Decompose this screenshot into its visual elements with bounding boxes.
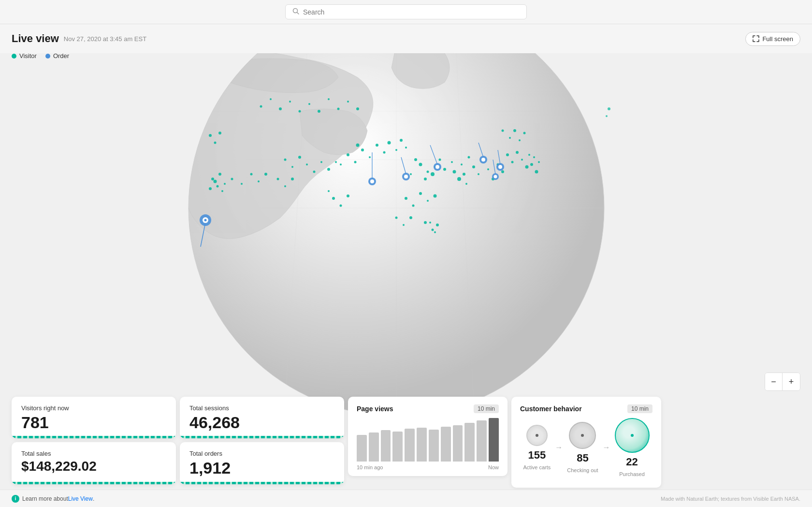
svg-point-21 <box>461 164 463 165</box>
svg-point-62 <box>347 194 349 197</box>
visitor-dot <box>12 54 16 59</box>
visitor-label: Visitor <box>19 52 37 60</box>
bar-2 <box>381 430 391 462</box>
sales-value: $148,229.02 <box>21 459 166 474</box>
top-bar <box>0 0 812 24</box>
svg-point-91 <box>291 166 293 168</box>
svg-point-105 <box>231 178 233 180</box>
svg-point-84 <box>525 165 529 169</box>
svg-point-17 <box>410 173 412 175</box>
svg-point-52 <box>218 173 221 176</box>
behavior-badge: 10 min <box>627 404 652 413</box>
globe-visualization <box>116 24 696 450</box>
svg-point-71 <box>328 98 330 100</box>
checking-out-item: 85 Checking out <box>567 422 598 473</box>
bar-9 <box>464 423 475 462</box>
svg-point-87 <box>533 156 535 158</box>
svg-point-74 <box>356 107 359 110</box>
checking-out-label: Checking out <box>567 467 598 473</box>
svg-point-106 <box>395 217 398 219</box>
pageviews-header: Page views 10 min <box>357 404 499 413</box>
visitors-bottom-bar <box>12 436 176 438</box>
svg-point-132 <box>498 165 502 169</box>
svg-point-140 <box>608 107 610 110</box>
svg-point-56 <box>209 187 212 190</box>
svg-point-123 <box>404 175 408 179</box>
stats-top-row: Visitors right now 781 Total sessions 46… <box>12 397 344 438</box>
svg-point-86 <box>530 163 533 166</box>
svg-point-57 <box>209 134 212 137</box>
footer: i Learn more about Live View . Made with… <box>0 490 812 507</box>
svg-point-44 <box>340 164 342 165</box>
footer-right: Made with Natural Earth; textures from V… <box>661 496 800 502</box>
svg-point-51 <box>217 185 219 188</box>
stats-row: Visitors right now 781 Total sessions 46… <box>0 397 812 488</box>
pageviews-title: Page views <box>357 405 393 413</box>
svg-point-115 <box>429 222 431 224</box>
page-subtitle: Nov 27, 2020 at 3:45 am EST <box>64 35 146 43</box>
svg-point-40 <box>354 161 357 164</box>
svg-point-69 <box>308 103 310 105</box>
svg-point-19 <box>451 161 453 163</box>
search-input[interactable] <box>303 8 520 16</box>
orders-card: Total orders 1,912 <box>180 442 344 484</box>
svg-point-59 <box>218 132 221 134</box>
search-icon <box>292 8 299 16</box>
bar-8 <box>453 425 463 462</box>
zoom-minus-button[interactable]: − <box>765 373 783 390</box>
live-view-link[interactable]: Live View <box>68 495 93 502</box>
bar-0 <box>357 435 367 462</box>
svg-point-72 <box>337 108 340 110</box>
active-carts-dot <box>536 434 538 437</box>
bar-11 <box>489 418 499 462</box>
svg-point-23 <box>468 156 470 159</box>
bar-10 <box>477 420 487 462</box>
arrow-1: → <box>555 443 563 452</box>
svg-point-50 <box>211 178 214 180</box>
chart-time-end: Now <box>488 464 499 470</box>
svg-point-27 <box>478 173 479 175</box>
bar-5 <box>417 428 427 462</box>
svg-point-111 <box>185 100 188 103</box>
svg-point-58 <box>214 142 217 144</box>
svg-point-14 <box>431 172 435 176</box>
svg-point-97 <box>335 161 337 163</box>
svg-point-46 <box>412 205 415 207</box>
svg-point-78 <box>519 139 521 141</box>
active-carts-item: 155 Active carts <box>523 425 551 470</box>
active-carts-label: Active carts <box>523 464 551 470</box>
legend-order: Order <box>45 52 69 60</box>
svg-point-81 <box>511 161 514 164</box>
bar-1 <box>369 432 379 462</box>
svg-point-10 <box>419 163 422 166</box>
checking-out-dot <box>581 434 584 437</box>
svg-point-110 <box>180 108 182 110</box>
visitors-value: 781 <box>21 414 166 432</box>
purchased-label: Purchased <box>619 471 645 477</box>
svg-point-99 <box>284 185 286 187</box>
zoom-plus-button[interactable]: + <box>783 373 800 390</box>
sessions-bottom-bar <box>180 436 344 438</box>
svg-point-48 <box>427 200 429 202</box>
fullscreen-button[interactable]: Full screen <box>745 32 800 46</box>
svg-point-67 <box>289 101 291 103</box>
zoom-controls: − + <box>765 373 800 391</box>
svg-point-117 <box>434 231 436 233</box>
svg-point-126 <box>435 165 439 169</box>
svg-point-64 <box>260 105 262 108</box>
svg-point-55 <box>224 183 226 185</box>
svg-point-109 <box>173 101 175 103</box>
svg-point-135 <box>494 175 497 179</box>
svg-point-76 <box>509 137 511 139</box>
behavior-title: Customer behavior <box>520 405 582 413</box>
info-icon: i <box>12 495 19 503</box>
fullscreen-label: Full screen <box>762 35 793 43</box>
svg-point-90 <box>284 159 287 161</box>
svg-point-45 <box>405 197 407 200</box>
search-box[interactable] <box>285 4 527 19</box>
svg-point-54 <box>214 180 217 183</box>
svg-point-120 <box>370 179 374 183</box>
svg-point-18 <box>443 168 446 171</box>
page-title: Live view <box>12 32 59 45</box>
orders-label: Total orders <box>189 450 334 457</box>
